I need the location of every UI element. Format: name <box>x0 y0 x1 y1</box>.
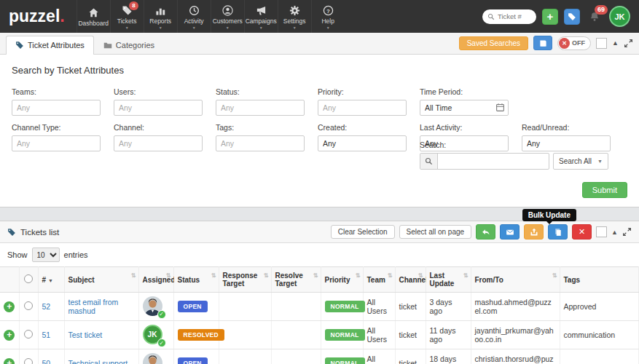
megaphone-icon <box>256 5 267 16</box>
col-team[interactable]: Team⇅ <box>363 267 395 293</box>
ticket-number-search[interactable] <box>482 9 536 24</box>
row-radio[interactable] <box>24 301 33 310</box>
disk-icon <box>539 39 547 47</box>
tab-label: Ticket Attributes <box>28 41 85 50</box>
collapse-panel-button[interactable]: ▲ <box>612 39 619 47</box>
user-avatar[interactable]: JK <box>609 6 630 27</box>
ticket-number-input[interactable] <box>498 12 531 20</box>
nav-dashboard[interactable]: Dashboard <box>77 0 110 33</box>
assign-button[interactable] <box>476 224 495 240</box>
email-button[interactable] <box>500 224 520 240</box>
table-row[interactable]: + 51 Test ticket JK ✓ RESOLVED NORMAL Al… <box>0 321 639 349</box>
field-label: Read/Unread: <box>522 123 624 132</box>
export-button[interactable] <box>524 224 544 240</box>
expand-row-button[interactable]: + <box>4 301 15 312</box>
panel-checkbox[interactable] <box>596 226 607 237</box>
submit-button[interactable]: Submit <box>582 182 627 198</box>
status-input[interactable] <box>216 100 305 116</box>
col-resolve-target[interactable]: Resolve Target⇅ <box>271 267 321 293</box>
ticket-id-link[interactable]: 51 <box>42 331 51 339</box>
cell-last-update: 11 days ago <box>426 321 471 349</box>
cell-tags <box>560 349 639 364</box>
new-ticket-button[interactable]: + <box>542 9 558 25</box>
ticket-subject-link[interactable]: test email from mashud <box>68 298 119 315</box>
delete-button[interactable]: ✕ <box>572 224 592 240</box>
notifications-button[interactable]: 69 <box>586 7 603 27</box>
cell-team: All Users <box>363 321 395 349</box>
search-scope-dropdown[interactable]: Search All ▼ <box>553 153 608 170</box>
status-check-badge: ✓ <box>157 310 166 319</box>
row-radio[interactable] <box>24 358 33 364</box>
teams-input[interactable] <box>12 100 101 116</box>
col-tags[interactable]: Tags <box>560 267 639 293</box>
col-select[interactable] <box>19 267 38 293</box>
nav-label: Campaigns <box>246 17 277 25</box>
priority-input[interactable] <box>318 100 407 116</box>
sort-icon: ⇅ <box>166 272 171 279</box>
saved-searches-button[interactable]: Saved Searches <box>459 36 528 50</box>
nav-reports[interactable]: Reports ▼ <box>144 0 177 33</box>
table-header-row: #▼ Subject⇅ Assigned⇅ Status⇅ Response T… <box>0 267 639 293</box>
cell-response-target <box>219 321 271 349</box>
toggle-state-label: OFF <box>572 39 589 47</box>
channel-type-input[interactable] <box>12 135 101 151</box>
auto-refresh-toggle[interactable]: ✕ OFF <box>557 36 591 50</box>
bulk-update-button[interactable] <box>548 224 568 240</box>
panel-checkbox[interactable] <box>596 38 607 49</box>
table-row[interactable]: + 50 Technical support ✓ OPEN NORMAL All… <box>0 349 639 364</box>
ticket-subject-link[interactable]: Test ticket <box>68 331 103 339</box>
nav-settings[interactable]: Settings ▼ <box>278 0 311 33</box>
nav-campaigns[interactable]: Campaigns ▼ <box>244 0 278 33</box>
nav-tickets[interactable]: 8 Tickets ▼ <box>110 0 144 33</box>
tags-input[interactable] <box>216 135 305 151</box>
ticket-subject-link[interactable]: Technical support <box>68 359 128 364</box>
tab-categories[interactable]: Categories <box>94 36 164 54</box>
table-row[interactable]: + 52 test email from mashud ✓ OPEN NORMA… <box>0 293 639 321</box>
ticket-id-link[interactable]: 52 <box>42 302 51 311</box>
chart-icon <box>155 5 166 16</box>
tag-icon <box>568 12 576 21</box>
select-all-button[interactable]: Select all on page <box>399 225 472 239</box>
priority-badge: NORMAL <box>325 301 365 312</box>
time-period-input[interactable] <box>420 100 509 116</box>
header-radio[interactable] <box>24 274 33 283</box>
col-last-update[interactable]: Last Update⇅ <box>426 267 471 293</box>
status-badge: RESOLVED <box>178 329 225 341</box>
expand-row-button[interactable]: + <box>4 330 15 341</box>
save-search-button[interactable] <box>533 36 552 50</box>
col-response-target[interactable]: Response Target⇅ <box>219 267 271 293</box>
puzzel-logo[interactable]: puzzel. <box>0 0 77 33</box>
tab-ticket-attributes[interactable]: Ticket Attributes <box>6 36 94 55</box>
nav-activity[interactable]: Activity ▼ <box>177 0 211 33</box>
row-radio[interactable] <box>24 330 33 339</box>
filter-priority: Priority: <box>318 87 420 116</box>
nav-label: Tickets <box>117 17 137 25</box>
search-attributes-panel: Search by Ticket Attributes Teams: Users… <box>0 55 639 207</box>
nav-help[interactable]: Help ▼ <box>311 0 345 33</box>
col-channel[interactable]: Channel⇅ <box>395 267 426 293</box>
users-input[interactable] <box>114 100 203 116</box>
expand-row-button[interactable]: + <box>4 358 15 364</box>
nav-customers[interactable]: Customers ▼ <box>211 0 244 33</box>
expand-panel-button[interactable] <box>624 39 633 48</box>
keyword-search-input[interactable] <box>438 157 549 166</box>
tag-icon <box>15 41 24 50</box>
expand-panel-button[interactable] <box>622 227 632 237</box>
col-from-to[interactable]: From/To⇅ <box>471 267 560 293</box>
col-status[interactable]: Status⇅ <box>173 267 219 293</box>
col-assigned[interactable]: Assigned⇅ <box>138 267 173 293</box>
page-size-select[interactable]: 10 <box>32 248 60 262</box>
col-subject[interactable]: Subject⇅ <box>64 267 138 293</box>
ticket-id-link[interactable]: 50 <box>42 359 51 364</box>
collapse-panel-button[interactable]: ▲ <box>611 229 618 236</box>
created-input[interactable] <box>318 135 407 151</box>
clear-selection-button[interactable]: Clear Selection <box>331 225 395 239</box>
cell-tags: Approved <box>560 293 639 321</box>
tags-button[interactable] <box>564 9 580 25</box>
document-icon <box>554 228 562 237</box>
nav-label: Settings <box>283 17 306 25</box>
col-id[interactable]: #▼ <box>38 267 64 293</box>
channel-input[interactable] <box>114 135 203 151</box>
reply-icon <box>482 228 490 237</box>
col-priority[interactable]: Priority⇅ <box>321 267 363 293</box>
